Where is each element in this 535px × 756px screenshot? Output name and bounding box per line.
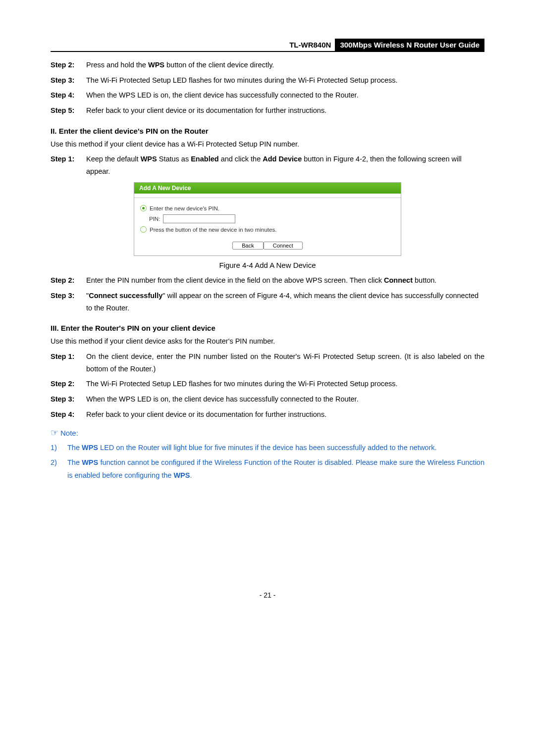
panel-title: Add A New Device <box>134 183 401 194</box>
bold: WPS <box>82 444 98 452</box>
pin-row: PIN: <box>149 214 395 223</box>
step-body: Enter the PIN number from the client dev… <box>86 274 484 287</box>
step-row: Step 3: "Connect successfully" will appe… <box>51 290 484 314</box>
text: The <box>67 444 82 452</box>
step-label: Step 2: <box>51 378 86 390</box>
radio-icon <box>140 226 147 233</box>
header-title: 300Mbps Wireless N Router User Guide <box>335 39 484 51</box>
step-label: Step 5: <box>51 104 86 117</box>
text: . <box>190 471 192 479</box>
section-heading: III. Enter the Router's PIN on your clie… <box>51 324 484 332</box>
text: Status as <box>157 155 191 163</box>
note-heading: ☞Note: <box>51 427 484 438</box>
note-body: The WPS function cannot be configured if… <box>67 456 484 482</box>
page-number: - 21 - <box>51 591 484 599</box>
note-label: Note: <box>60 429 78 437</box>
step-body: When the WPS LED is on, the client devic… <box>86 393 484 405</box>
step-body: When the WPS LED is on, the client devic… <box>86 89 484 101</box>
text: button of the client device directly. <box>164 61 274 69</box>
step-label: Step 3: <box>51 393 86 405</box>
pin-input[interactable] <box>163 214 235 223</box>
back-button[interactable]: Back <box>232 242 263 250</box>
step-row: Step 4: When the WPS LED is on, the clie… <box>51 89 484 101</box>
step-body: Refer back to your client device or its … <box>86 408 484 421</box>
panel-button-row: BackConnect <box>140 242 395 250</box>
step-body: On the client device, enter the PIN numb… <box>86 351 484 375</box>
figure: Add A New Device Enter the new device's … <box>134 182 401 256</box>
text: Enter the PIN number from the client dev… <box>86 276 384 284</box>
text: Keep the default <box>86 155 141 163</box>
page: TL-WR840N 300Mbps Wireless N Router User… <box>0 0 535 619</box>
text: The <box>67 458 82 466</box>
bold: Connect successfully <box>89 292 162 300</box>
step-body: Press and hold the WPS button of the cli… <box>86 59 484 71</box>
step-label: Step 1: <box>51 153 86 177</box>
paragraph: Use this method if your client device as… <box>51 335 484 348</box>
radio-label: Press the button of the new device in tw… <box>150 227 276 233</box>
step-body: "Connect successfully" will appear on th… <box>86 290 484 314</box>
text: LED on the Router will light blue for fi… <box>98 444 436 452</box>
note-body: The WPS LED on the Router will light blu… <box>67 441 484 454</box>
radio-option-press-button[interactable]: Press the button of the new device in tw… <box>140 226 395 233</box>
note-number: 1) <box>51 441 67 454</box>
panel-body: Enter the new device's PIN. PIN: Press t… <box>134 198 401 255</box>
step-row: Step 4: Refer back to your client device… <box>51 408 484 421</box>
pointing-hand-icon: ☞ <box>51 428 58 438</box>
paragraph: Use this method if your client device ha… <box>51 138 484 151</box>
bold: WPS <box>148 61 164 69</box>
bold: Enabled <box>191 155 218 163</box>
step-label: Step 4: <box>51 408 86 421</box>
step-row: Step 1: On the client device, enter the … <box>51 351 484 375</box>
pin-label: PIN: <box>149 216 160 222</box>
bold: WPS <box>141 155 157 163</box>
step-body: Refer back to your client device or its … <box>86 104 484 117</box>
section-heading: II. Enter the client device's PIN on the… <box>51 127 484 135</box>
page-header: TL-WR840N 300Mbps Wireless N Router User… <box>51 39 484 52</box>
bold: WPS <box>82 458 98 466</box>
step-label: Step 4: <box>51 89 86 101</box>
step-row: Step 3: The Wi-Fi Protected Setup LED fl… <box>51 74 484 87</box>
step-row: Step 3: When the WPS LED is on, the clie… <box>51 393 484 405</box>
radio-label: Enter the new device's PIN. <box>150 205 219 211</box>
note-item: 1) The WPS LED on the Router will light … <box>51 441 484 454</box>
step-row: Step 2: Enter the PIN number from the cl… <box>51 274 484 287</box>
text: Press and hold the <box>86 61 148 69</box>
step-row: Step 2: The Wi-Fi Protected Setup LED fl… <box>51 378 484 390</box>
step-body: The Wi-Fi Protected Setup LED flashes fo… <box>86 378 484 390</box>
radio-option-enter-pin[interactable]: Enter the new device's PIN. <box>140 205 395 211</box>
step-label: Step 3: <box>51 74 86 87</box>
figure-caption: Figure 4-4 Add A New Device <box>51 261 484 269</box>
bold: Add Device <box>263 155 302 163</box>
text: and click the <box>219 155 263 163</box>
step-body: The Wi-Fi Protected Setup LED flashes fo… <box>86 74 484 87</box>
text: button. <box>413 276 436 284</box>
note-item: 2) The WPS function cannot be configured… <box>51 456 484 482</box>
step-label: Step 2: <box>51 274 86 287</box>
connect-button[interactable]: Connect <box>264 242 303 250</box>
text: function cannot be configured if the Wir… <box>67 458 484 479</box>
bold: Connect <box>384 276 413 284</box>
step-label: Step 2: <box>51 59 86 71</box>
step-row: Step 2: Press and hold the WPS button of… <box>51 59 484 71</box>
step-row: Step 5: Refer back to your client device… <box>51 104 484 117</box>
bold: WPS <box>173 471 190 479</box>
header-model: TL-WR840N <box>285 39 335 51</box>
note-number: 2) <box>51 456 67 482</box>
step-row: Step 1: Keep the default WPS Status as E… <box>51 153 484 177</box>
step-body: Keep the default WPS Status as Enabled a… <box>86 153 484 177</box>
add-device-panel: Add A New Device Enter the new device's … <box>134 182 401 256</box>
step-label: Step 3: <box>51 290 86 314</box>
step-label: Step 1: <box>51 351 86 375</box>
radio-icon <box>140 205 147 211</box>
